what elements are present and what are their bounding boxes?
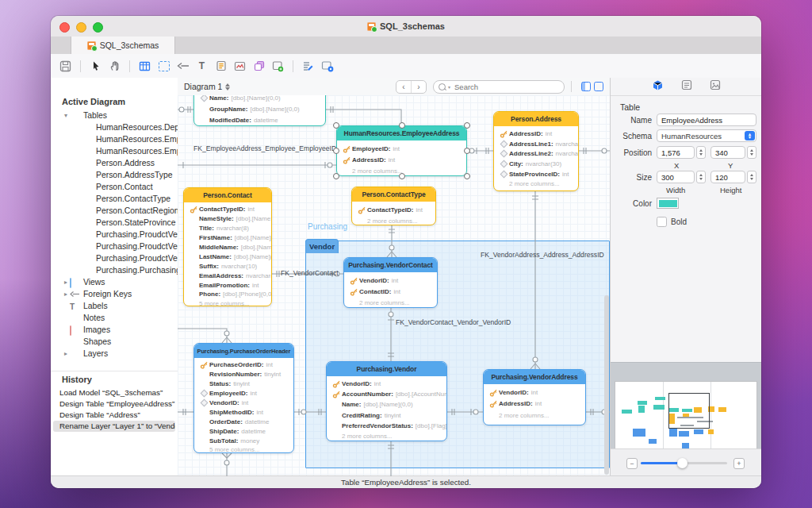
sidebar-item-table[interactable]: Purchasing.ProudctVen...: [51, 229, 178, 241]
sidebar-item-table[interactable]: Person.Contact: [51, 181, 178, 193]
canvas-vertical-scrollbar[interactable]: [604, 295, 609, 475]
sidebar-group-notes[interactable]: Notes: [51, 312, 178, 324]
size-height-field[interactable]: [710, 171, 745, 183]
status-text: Table “EmployeeAddress” is selected.: [341, 478, 471, 487]
column-name: CreditRating:: [342, 412, 382, 419]
selection-handle[interactable]: [399, 122, 405, 129]
chevron-right-icon[interactable]: ▸: [62, 350, 70, 357]
connector-icon[interactable]: [176, 60, 190, 73]
history-item[interactable]: Load Model “SQL_3schemas”: [53, 387, 175, 398]
zoom-slider-knob[interactable]: [677, 458, 688, 468]
text-label-icon[interactable]: T: [195, 60, 209, 73]
size-height-stepper[interactable]: [747, 171, 756, 183]
sidebar-item-table[interactable]: Person.ContactRegion: [51, 205, 178, 217]
search-input[interactable]: [453, 82, 535, 92]
sidebar-item-table[interactable]: HumanResources.Emplo...: [51, 145, 178, 157]
sidebar-item-table[interactable]: Purchasing.Purchasing...: [51, 264, 178, 276]
selection-handle[interactable]: [333, 173, 339, 179]
size-width-field[interactable]: [657, 171, 695, 183]
position-x-stepper[interactable]: [696, 146, 706, 159]
column-row: Phone:[dbo].[Phone](0,0): [184, 290, 271, 299]
sidebar-group-views[interactable]: ▸Views: [51, 276, 178, 288]
selection-handle[interactable]: [464, 173, 470, 179]
sidebar-item-table[interactable]: Purchasing.ProudctVen...: [51, 241, 178, 252]
select-region-icon[interactable]: [157, 60, 170, 73]
entity-vendor[interactable]: Purchasing.VendorVendorID:intAccountNumb…: [326, 361, 447, 441]
selection-handle[interactable]: [464, 122, 470, 129]
sidebar-group-tables[interactable]: ▾ Tables: [51, 110, 178, 121]
sidebar-group-label: Notes: [83, 314, 105, 322]
tab-sql-3schemas[interactable]: SQL_3schemas: [71, 37, 175, 54]
model-convert-icon[interactable]: [320, 60, 334, 73]
sidebar-item-table[interactable]: Person.StateProvince: [51, 217, 178, 229]
image-tab-icon[interactable]: [710, 79, 721, 94]
zoom-out-button[interactable]: −: [626, 458, 638, 469]
sidebar-group-shapes[interactable]: Shapes: [51, 336, 178, 348]
nav-back-button[interactable]: ‹: [396, 81, 412, 93]
diagram-selector[interactable]: Diagram 1: [184, 82, 230, 91]
zoom-in-button[interactable]: +: [733, 458, 745, 469]
minimap-viewport[interactable]: [668, 393, 710, 429]
position-y-stepper[interactable]: [747, 146, 756, 159]
color-swatch[interactable]: [657, 198, 679, 209]
column-spacer: [200, 380, 209, 387]
selection-handle[interactable]: [333, 148, 339, 154]
note-icon[interactable]: [214, 60, 228, 73]
save-icon[interactable]: [59, 60, 72, 73]
selection-handle[interactable]: [464, 148, 470, 154]
search-box[interactable]: ▾: [433, 80, 565, 94]
sidebar-group-images[interactable]: Images: [51, 324, 178, 336]
position-x-field[interactable]: [657, 146, 695, 159]
sidebar-item-table[interactable]: HumanResources.Emplo...: [51, 133, 178, 145]
table-designer-icon[interactable]: [301, 60, 315, 73]
toggle-left-panel-icon[interactable]: [581, 82, 591, 91]
nav-forward-button[interactable]: ›: [412, 81, 426, 93]
diagram-canvas[interactable]: Vendor Purchasing: [178, 95, 610, 476]
size-label: Size: [611, 173, 657, 182]
entity-purchase-order-header[interactable]: Purchasing.PurchaseOrderHeaderPurchaseOr…: [193, 343, 294, 453]
history-item[interactable]: Design Table “Address”: [53, 410, 175, 421]
cursor-icon[interactable]: [89, 60, 102, 73]
history-item[interactable]: Rename Layer “Layer 1” to “Vendor”: [53, 421, 175, 432]
sidebar-item-table[interactable]: Purchasing.ProudctVen...: [51, 252, 178, 264]
entity-vendor-address[interactable]: Purchasing.VendorAddressVendorID:intAddr…: [483, 369, 586, 425]
selection-handle[interactable]: [399, 173, 405, 179]
entity-person-address[interactable]: Person.AddressAddressID:intAddressLine1:…: [493, 111, 579, 191]
search-scope-chevron-icon[interactable]: ▾: [448, 84, 450, 90]
zoom-slider[interactable]: [641, 462, 727, 464]
toggle-right-panel-icon[interactable]: [594, 82, 603, 91]
sidebar-item-table[interactable]: Person.Address: [51, 157, 178, 169]
sidebar-group-layers[interactable]: ▸Layers: [51, 348, 178, 360]
entity-person-contacttype[interactable]: Person.ContactTypeContactTypeID:int2 mor…: [351, 187, 436, 225]
schema-dropdown[interactable]: HumanResources ▲▼: [657, 129, 756, 142]
sidebar-item-table[interactable]: HumanResources.Depar...: [51, 121, 178, 133]
position-y-field[interactable]: [710, 146, 745, 159]
name-field[interactable]: [657, 114, 756, 126]
new-table-icon[interactable]: [138, 60, 151, 73]
fk-label: FK_EmployeeAddress_Employee_EmployeeID: [193, 144, 336, 152]
entity-person-contact[interactable]: Person.ContactContactTypeID:intNameStyle…: [183, 187, 272, 306]
image-icon[interactable]: [233, 60, 247, 73]
entity-vendor-contact[interactable]: Purchasing.VendorContactVendorID:intCont…: [343, 257, 438, 308]
diagram-stepper-icon[interactable]: [225, 83, 230, 90]
properties-tab-cube-icon[interactable]: [652, 79, 664, 94]
sidebar-item-table[interactable]: Person.ContactType: [51, 193, 178, 205]
entity-employee-address[interactable]: HumanResources.EmployeeAddressEmployeeID…: [336, 125, 467, 176]
notes-icon: [70, 314, 80, 322]
selection-handle[interactable]: [333, 122, 339, 129]
history-item[interactable]: Design Table “EmployeeAddress”: [53, 398, 175, 410]
bold-checkbox[interactable]: [657, 217, 667, 227]
sidebar-item-table[interactable]: Person.AddressType: [51, 169, 178, 181]
entity-department[interactable]: Name:[dbo].[Name](0,0)GroupName:[dbo].[N…: [193, 95, 326, 126]
size-width-stepper[interactable]: [696, 171, 706, 183]
chevron-right-icon[interactable]: ▸: [62, 291, 70, 298]
hand-icon[interactable]: [108, 60, 121, 73]
layer-icon[interactable]: [271, 60, 285, 73]
shape-icon[interactable]: [252, 60, 266, 73]
sidebar-group-labels[interactable]: TLabels: [51, 300, 178, 312]
vendor-layer-tab[interactable]: Vendor: [305, 239, 339, 253]
sidebar-group-fk[interactable]: ▸Foreign Keys: [51, 288, 178, 300]
chevron-right-icon[interactable]: ▸: [62, 279, 70, 286]
chevron-down-icon[interactable]: ▾: [62, 112, 70, 119]
ddl-tab-icon[interactable]: [681, 79, 692, 94]
